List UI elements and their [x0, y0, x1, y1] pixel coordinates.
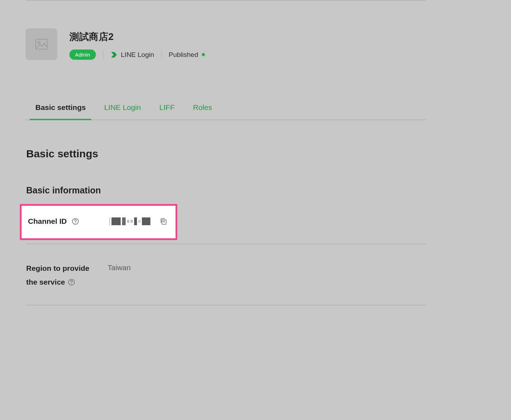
tab-roles[interactable]: Roles	[191, 102, 213, 119]
image-placeholder-icon	[35, 39, 47, 49]
region-label-line1: Region to provide	[26, 263, 90, 274]
help-icon[interactable]	[68, 279, 75, 286]
channel-thumbnail-placeholder	[25, 28, 57, 60]
region-value: Taiwan	[108, 263, 131, 272]
status-label: Published	[169, 51, 198, 59]
svg-point-1	[38, 41, 40, 43]
row-divider	[26, 305, 426, 305]
meta-divider	[161, 50, 162, 59]
tab-bar: Basic settings LINE Login LIFF Roles	[25, 60, 426, 120]
copy-button[interactable]	[160, 217, 167, 225]
admin-badge: Admin	[69, 49, 96, 60]
section-heading-basic-settings: Basic settings	[4, 120, 426, 160]
channel-header: 測試商店2 Admin LINE Login Published	[4, 1, 426, 60]
region-label: Region to provide the service	[26, 263, 92, 288]
channel-type: LINE Login	[110, 51, 154, 59]
subsection-heading-basic-information: Basic information	[4, 160, 426, 196]
svg-point-8	[71, 283, 72, 284]
status-dot-icon	[202, 53, 205, 56]
meta-divider	[103, 50, 103, 59]
channel-id-value-redacted	[109, 217, 150, 225]
region-label-line2: the service	[26, 276, 65, 288]
help-icon[interactable]	[72, 218, 79, 225]
svg-point-3	[75, 223, 76, 223]
tab-basic-settings[interactable]: Basic settings	[34, 102, 87, 119]
tab-liff[interactable]: LIFF	[158, 102, 176, 119]
channel-type-label: LINE Login	[121, 51, 154, 59]
channel-status: Published	[169, 51, 205, 59]
channel-id-row: Channel ID	[20, 204, 177, 240]
tab-line-login[interactable]: LINE Login	[103, 102, 142, 119]
channel-title: 測試商店2	[69, 30, 205, 43]
region-row: Region to provide the service Taiwan	[4, 244, 426, 288]
login-arrow-icon	[110, 51, 117, 58]
channel-id-label: Channel ID	[28, 217, 67, 226]
